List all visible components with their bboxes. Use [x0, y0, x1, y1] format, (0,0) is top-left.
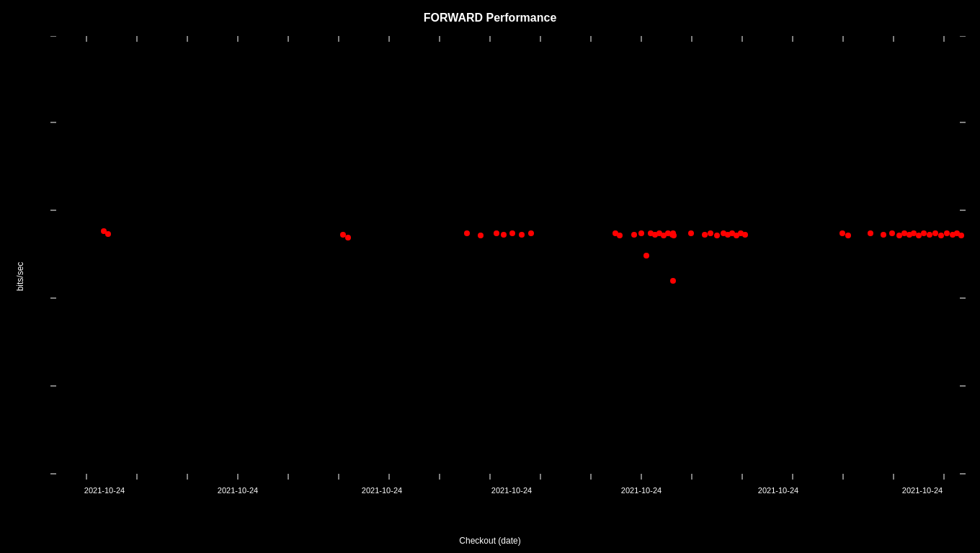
chart-container: FORWARD Performance bits/sec 0 1x10⁹ 2x1… — [0, 0, 980, 553]
data-point — [916, 233, 922, 238]
svg-text:2021-10-24: 2021-10-24 — [491, 486, 532, 495]
data-point — [509, 230, 515, 236]
data-point — [881, 232, 886, 238]
data-point — [464, 230, 470, 236]
data-point — [643, 253, 649, 258]
data-point — [617, 233, 623, 238]
data-point — [494, 230, 499, 236]
data-point — [478, 233, 484, 238]
data-point — [839, 230, 845, 236]
data-point — [708, 230, 713, 236]
chart-title: FORWARD Performance — [0, 12, 980, 24]
data-point — [932, 230, 938, 236]
svg-text:2021-10-24: 2021-10-24 — [362, 486, 402, 495]
data-point — [631, 232, 637, 238]
data-point — [958, 233, 964, 238]
chart-area: 0 1x10⁹ 2x10⁹ 3x10⁹ 4x10⁹ 5x10⁹ — [50, 36, 966, 495]
data-point — [911, 230, 917, 236]
main-chart: 0 1x10⁹ 2x10⁹ 3x10⁹ 4x10⁹ 5x10⁹ — [50, 36, 966, 495]
data-point — [501, 232, 507, 238]
svg-text:2021-10-24: 2021-10-24 — [84, 486, 125, 495]
data-point — [519, 232, 525, 238]
data-point — [845, 233, 851, 238]
svg-text:2021-10-24: 2021-10-24 — [218, 486, 258, 495]
x-axis-label: Checkout (date) — [0, 536, 980, 546]
data-point — [714, 233, 720, 238]
data-point — [670, 278, 676, 284]
data-point — [868, 230, 873, 236]
data-point — [671, 233, 677, 238]
data-point — [927, 232, 932, 238]
data-point — [105, 231, 111, 237]
data-point — [702, 232, 708, 238]
data-point — [889, 230, 895, 236]
data-point — [938, 233, 944, 238]
data-point — [901, 230, 907, 236]
data-point — [688, 230, 694, 236]
data-point — [896, 233, 902, 238]
data-point — [638, 230, 644, 236]
data-point — [345, 235, 351, 240]
data-point — [340, 232, 346, 238]
svg-text:2021-10-24: 2021-10-24 — [758, 486, 798, 495]
y-axis-label: bits/sec — [15, 262, 25, 292]
data-point — [742, 232, 748, 238]
svg-text:2021-10-24: 2021-10-24 — [902, 486, 943, 495]
data-point — [528, 230, 534, 236]
data-point — [921, 230, 927, 236]
svg-text:2021-10-24: 2021-10-24 — [621, 486, 662, 495]
data-point — [944, 230, 950, 236]
